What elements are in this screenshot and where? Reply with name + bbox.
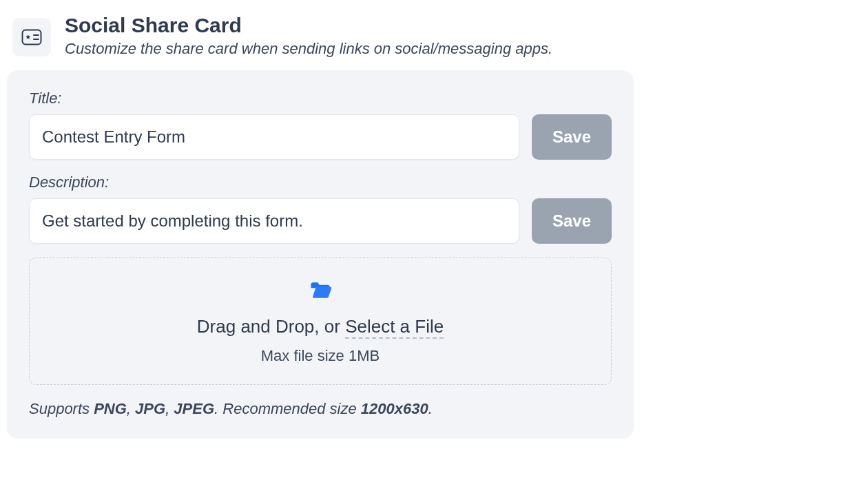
- section-subtitle: Customize the share card when sending li…: [65, 40, 552, 58]
- dropzone-text: Drag and Drop, or Select a File: [43, 316, 597, 337]
- support-note: Supports PNG, JPG, JPEG. Recommended siz…: [29, 400, 612, 418]
- title-label: Title:: [29, 90, 612, 107]
- card-with-star-icon: [12, 18, 51, 56]
- title-input[interactable]: [29, 114, 519, 160]
- svg-rect-0: [23, 30, 41, 45]
- folder-open-icon: [309, 279, 332, 302]
- section-header: Social Share Card Customize the share ca…: [7, 14, 634, 58]
- description-label: Description:: [29, 174, 612, 191]
- section-title: Social Share Card: [65, 14, 552, 37]
- image-dropzone[interactable]: Drag and Drop, or Select a File Max file…: [29, 258, 612, 385]
- select-file-link[interactable]: Select a File: [345, 316, 444, 339]
- save-title-button[interactable]: Save: [532, 114, 612, 160]
- settings-panel: Title: Save Description: Save Drag and D…: [7, 70, 634, 439]
- dropzone-prefix: Drag and Drop, or: [197, 316, 345, 337]
- dropzone-maxsize: Max file size 1MB: [43, 347, 597, 365]
- description-input[interactable]: [29, 198, 519, 244]
- save-description-button[interactable]: Save: [532, 198, 612, 244]
